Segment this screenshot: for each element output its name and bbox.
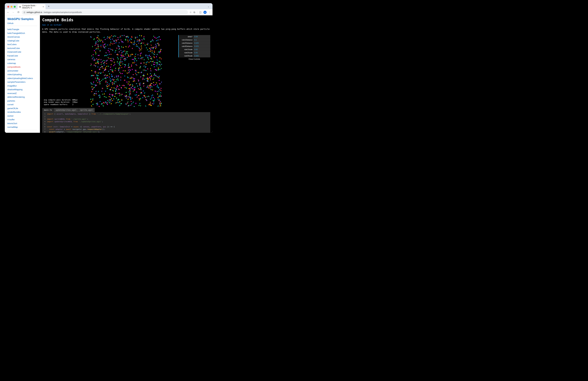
code-tab[interactable]: updateSprites.wgsl (54, 108, 79, 112)
sidebar-item-reversedZ[interactable]: reversedZ (7, 91, 37, 95)
svg-marker-888 (114, 88, 116, 90)
svg-marker-593 (114, 77, 115, 78)
close-controls-button[interactable]: Close Controls (178, 57, 210, 61)
sidebar-item-normalMap[interactable]: normalMap (7, 125, 37, 129)
tab-overflow-icon[interactable]: ⌄ (208, 5, 209, 8)
code-viewer[interactable]: 1import { assert, makeSample, SampleInit… (42, 112, 210, 133)
extensions-icon[interactable]: ⧉ (193, 11, 195, 14)
sidebar-item-fractalCube[interactable]: fractalCube (7, 54, 37, 58)
forward-button[interactable]: → (12, 11, 15, 14)
gui-value-input[interactable]: 0.005 (193, 54, 210, 57)
gui-value-input[interactable]: 0.05 (193, 51, 210, 54)
menu-icon[interactable]: ⋮ (209, 11, 211, 14)
svg-marker-80 (96, 90, 97, 92)
code-tabs: main.tsupdateSprites.wgslsprite.wgsl (42, 108, 210, 112)
side-panel-icon[interactable]: ◫ (199, 11, 202, 14)
bookmark-icon[interactable]: ☆ (189, 11, 191, 14)
svg-marker-135 (130, 77, 132, 78)
gui-value-input[interactable]: 0.025 (193, 42, 210, 45)
sidebar-item-resizeCanvas[interactable]: resizeCanvas (7, 35, 37, 39)
svg-marker-466 (143, 62, 145, 64)
sidebar-item-shadowMapping[interactable]: shadowMapping (7, 88, 37, 91)
sidebar-item-helloTriangle[interactable]: helloTriangle (7, 27, 37, 31)
sidebar-item-samplerParameters[interactable]: samplerParameters (7, 80, 37, 84)
svg-marker-628 (135, 45, 137, 47)
gui-value-input[interactable]: 0.1 (193, 38, 210, 41)
code-tab[interactable]: sprite.wgsl (79, 108, 95, 112)
maximize-window-button[interactable] (14, 6, 16, 8)
svg-marker-299 (149, 76, 151, 77)
svg-marker-600 (118, 75, 119, 76)
gui-label: rule2Scale (179, 52, 193, 54)
svg-marker-610 (106, 77, 108, 78)
sidebar-item-A-buffer[interactable]: A-buffer (7, 118, 37, 122)
svg-marker-347 (160, 83, 161, 85)
svg-marker-582 (158, 87, 159, 89)
sidebar-item-instancedCube[interactable]: instancedCube (7, 50, 37, 54)
svg-marker-348 (113, 87, 115, 89)
sidebar-item-deferredRendering[interactable]: deferredRendering (7, 95, 37, 99)
svg-marker-110 (151, 86, 153, 87)
github-link[interactable]: Github (7, 22, 37, 24)
minimize-window-button[interactable] (11, 6, 12, 8)
svg-marker-161 (118, 42, 120, 44)
svg-marker-454 (144, 59, 145, 61)
svg-marker-440 (148, 50, 150, 52)
url-input[interactable]: ⊡ webgpu.github.io/webgpu-samples/sample… (22, 10, 188, 15)
sidebar-item-cubemap[interactable]: cubemap (7, 61, 37, 65)
svg-marker-380 (143, 42, 144, 44)
sidebar-item-particles[interactable]: particles (7, 99, 37, 103)
sidebar-item-helloTriangleMSAA[interactable]: helloTriangleMSAA (7, 31, 37, 35)
svg-marker-449 (150, 89, 152, 90)
gui-value-input[interactable]: 0.02 (193, 48, 210, 51)
svg-marker-634 (95, 49, 96, 50)
svg-marker-438 (147, 55, 148, 56)
back-button[interactable]: ← (6, 11, 10, 14)
svg-marker-581 (130, 54, 131, 55)
svg-marker-447 (141, 39, 143, 41)
svg-marker-448 (152, 94, 154, 96)
svg-marker-838 (119, 62, 120, 64)
svg-marker-807 (90, 101, 92, 102)
sidebar-item-twoCubes[interactable]: twoCubes (7, 43, 37, 46)
new-tab-button[interactable]: + (47, 4, 51, 8)
code-tab[interactable]: main.ts (42, 108, 54, 112)
sidebar-item-gameOfLife[interactable]: gameOfLife (7, 107, 37, 110)
svg-marker-881 (159, 75, 160, 77)
sidebar-item-cornell[interactable]: cornell (7, 103, 37, 107)
svg-marker-231 (102, 40, 104, 42)
sidebar-item-videoUploadingWebCodecs[interactable]: videoUploadingWebCodecs (7, 76, 37, 80)
svg-marker-653 (122, 64, 124, 65)
sidebar-item-cameras[interactable]: cameras (7, 58, 37, 61)
sidebar-item-texturedCube[interactable]: texturedCube (7, 46, 37, 50)
sidebar-item-rotatingCube[interactable]: rotatingCube (7, 39, 37, 43)
see-on-github-link[interactable]: See it on Github! (42, 24, 210, 26)
sidebar-item-renderBundles[interactable]: renderBundles (7, 110, 37, 114)
profile-avatar[interactable]: ● (203, 11, 207, 14)
sidebar-item-computeBoids[interactable]: computeBoids (7, 65, 37, 69)
svg-marker-737 (159, 77, 160, 78)
svg-marker-120 (115, 81, 117, 83)
svg-marker-134 (92, 46, 93, 48)
reload-button[interactable]: ⟳ (17, 11, 20, 14)
samples-list: helloTrianglehelloTriangleMSAAresizeCanv… (7, 27, 37, 129)
svg-marker-259 (145, 97, 146, 98)
svg-marker-196 (155, 62, 157, 63)
svg-marker-379 (130, 101, 132, 103)
close-window-button[interactable] (7, 6, 9, 8)
gui-label: rule3Distance (179, 45, 193, 47)
gui-value-input[interactable]: 0.025 (193, 45, 210, 48)
sidebar-item-videoUploading[interactable]: videoUploading (7, 73, 37, 76)
site-info-icon[interactable]: ⊡ (24, 11, 25, 13)
sidebar-item-imageBlur[interactable]: imageBlur (7, 84, 37, 88)
svg-marker-611 (106, 38, 108, 39)
close-tab-icon[interactable]: × (43, 5, 44, 8)
sidebar-item-bitonicSort[interactable]: bitonicSort (7, 122, 37, 125)
sidebar-item-worker[interactable]: worker (7, 114, 37, 118)
svg-marker-491 (139, 35, 140, 37)
sidebar-item-animometer[interactable]: animometer (7, 69, 37, 73)
browser-tab[interactable]: ◆ Compute Boids - WebGPU S × (18, 4, 45, 9)
svg-marker-705 (117, 93, 119, 94)
svg-marker-359 (125, 39, 126, 40)
gui-value-input[interactable]: 0.04 (193, 35, 210, 38)
